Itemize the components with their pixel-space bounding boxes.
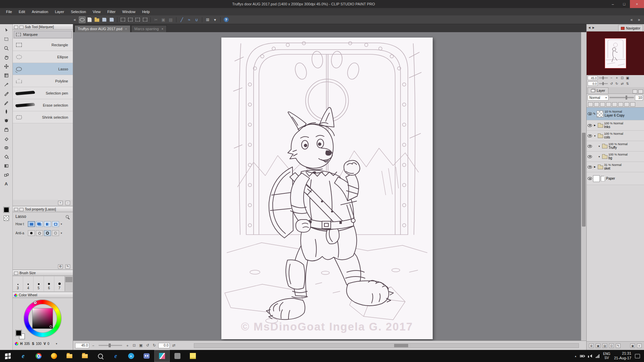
- layer-panel-option-icon[interactable]: [633, 89, 637, 94]
- new-folder-button[interactable]: ▣: [596, 344, 600, 348]
- fit-screen-icon[interactable]: ⊡: [131, 343, 137, 348]
- brush-size-5[interactable]: 5: [34, 276, 44, 291]
- hidden-icons-chevron[interactable]: ▴: [575, 355, 576, 358]
- visibility-eye-icon[interactable]: [588, 166, 592, 169]
- edit-layer-button[interactable]: ✎: [616, 344, 621, 348]
- color-wheel-header[interactable]: Color Wheel: [13, 292, 73, 298]
- current-tool-lasso-icon[interactable]: [79, 16, 86, 23]
- start-button[interactable]: [0, 350, 15, 362]
- nav-rotate-ccw-icon[interactable]: ↺: [609, 81, 614, 86]
- collapse-right-icon[interactable]: »: [636, 16, 642, 23]
- merge-layer-button[interactable]: ⊡: [609, 344, 614, 348]
- subtool-item-lasso[interactable]: Lasso: [13, 63, 73, 75]
- expand-arrow-icon[interactable]: ▼: [597, 145, 601, 147]
- grid-dropdown-icon[interactable]: ▾: [212, 16, 218, 23]
- search-icon[interactable]: [66, 215, 69, 218]
- battery-icon[interactable]: [580, 355, 584, 357]
- opacity-slider[interactable]: [609, 97, 634, 98]
- pencil-tool-icon[interactable]: [1, 98, 11, 107]
- selection-mode-subtract-button[interactable]: [44, 221, 51, 227]
- collapse-right-left-icon[interactable]: «: [628, 16, 635, 23]
- selection-mode-multiply-button[interactable]: [52, 221, 59, 227]
- layer-row-sket[interactable]: ▶ 31 % Normalsket: [587, 162, 644, 172]
- frame-tool-icon[interactable]: [1, 71, 11, 80]
- layer-row-bg[interactable]: ▼ 100 % Normalbg: [587, 152, 644, 162]
- visibility-eye-icon[interactable]: [588, 124, 592, 127]
- hue-ring[interactable]: [24, 300, 61, 337]
- antialias-strong-button[interactable]: [52, 230, 59, 236]
- howto-caret-icon[interactable]: ▾: [61, 223, 62, 226]
- open-file-icon[interactable]: [94, 16, 100, 23]
- taskbar-sticky-notes[interactable]: [185, 350, 201, 362]
- brush-tool-icon[interactable]: [1, 107, 11, 116]
- marquee-tool-icon[interactable]: [1, 35, 11, 44]
- scrollbar-thumb[interactable]: [65, 277, 72, 282]
- zoom-value-box[interactable]: 45.0: [75, 343, 89, 348]
- volume-icon[interactable]: [588, 354, 592, 358]
- hsv-caret-icon[interactable]: ▾: [56, 342, 57, 345]
- minimize-button[interactable]: –: [607, 0, 619, 8]
- expand-arrow-icon[interactable]: ▼: [593, 135, 597, 137]
- layer-row-paper[interactable]: Paper: [587, 172, 644, 185]
- menu-view[interactable]: View: [89, 8, 104, 15]
- taskbar-app-gray[interactable]: [170, 350, 185, 362]
- grid-icon[interactable]: ⊞: [204, 16, 211, 23]
- menu-window[interactable]: Window: [119, 8, 139, 15]
- fill-tool-icon[interactable]: [1, 152, 11, 161]
- tab-truffys-door[interactable]: Truffys door AUG 2017.psd ×: [74, 25, 130, 32]
- main-color-swatch[interactable]: [16, 330, 21, 336]
- visibility-eye-icon[interactable]: [588, 145, 592, 148]
- nav-actual-icon[interactable]: ▣: [625, 76, 630, 80]
- deselect-icon[interactable]: [119, 16, 126, 23]
- expand-arrow-icon[interactable]: ▶: [593, 124, 597, 127]
- transparent-color-swatch[interactable]: [4, 216, 9, 221]
- navigator-thumbnail[interactable]: [605, 39, 626, 68]
- layer-toggle-8-icon[interactable]: [630, 102, 635, 107]
- blend-mode-select[interactable]: Normal ▾: [588, 95, 608, 101]
- scrollbar-thumb[interactable]: [582, 133, 586, 227]
- language-indicator[interactable]: ENG SV: [603, 352, 610, 360]
- layer-row-cols[interactable]: ▼ 100 % Normalcols: [587, 131, 644, 141]
- rotate-cw-icon[interactable]: ↻: [152, 343, 157, 348]
- notification-center-icon[interactable]: [635, 354, 640, 358]
- eraser-tool-icon[interactable]: [1, 134, 11, 143]
- layer-toggle-6-icon[interactable]: [618, 102, 623, 107]
- layer-panel-option2-icon[interactable]: [638, 89, 643, 94]
- taskbar-folder[interactable]: [77, 350, 93, 362]
- visibility-eye-icon[interactable]: [588, 112, 592, 115]
- taskbar-chrome[interactable]: [31, 350, 46, 362]
- blend-tool-icon[interactable]: [1, 143, 11, 152]
- subtool-item-erase-selection[interactable]: Erase selection: [13, 99, 73, 111]
- flip-horizontal-icon[interactable]: ⇄: [171, 343, 176, 348]
- taskbar-internet-explorer[interactable]: e: [15, 350, 31, 362]
- rotation-value-box[interactable]: 0.0: [158, 343, 170, 348]
- subtool-panel-header[interactable]: Sub Tool [Marquee]: [13, 24, 73, 30]
- brush-size-scrollbar[interactable]: [65, 276, 73, 291]
- navigator-rotation-value[interactable]: 0.0: [588, 81, 598, 86]
- menu-animation[interactable]: Animation: [29, 8, 52, 15]
- canvas-vscrollbar[interactable]: [581, 32, 586, 341]
- expand-selection-icon[interactable]: [142, 16, 148, 23]
- subtool-group-marquee[interactable]: Marquee: [14, 31, 72, 38]
- slider-thumb[interactable]: [602, 82, 604, 85]
- tab-close-icon[interactable]: ×: [161, 27, 163, 31]
- navigator-preview[interactable]: [587, 32, 644, 75]
- nav-fit-icon[interactable]: ⊡: [620, 76, 625, 80]
- menu-help[interactable]: Help: [139, 8, 153, 15]
- rotate-ccw-icon[interactable]: ↺: [145, 343, 150, 348]
- save-file-icon[interactable]: [101, 16, 108, 23]
- tab-navigator[interactable]: Navigator: [618, 25, 643, 31]
- nav-flip-v-icon[interactable]: ⇅: [625, 81, 630, 86]
- eyedropper-tool-icon[interactable]: [1, 80, 11, 89]
- visibility-eye-icon[interactable]: [588, 134, 592, 137]
- antialias-weak-button[interactable]: [36, 230, 43, 236]
- layer-toggle-5-icon[interactable]: [612, 102, 617, 107]
- brush-size-3[interactable]: 3: [13, 276, 23, 291]
- expand-arrow-icon[interactable]: ▼: [597, 156, 601, 158]
- subtool-item-polyline[interactable]: Polyline: [13, 75, 73, 87]
- taskbar-clip-studio-active[interactable]: [154, 350, 170, 362]
- airbrush-tool-icon[interactable]: [1, 116, 11, 125]
- menu-selection[interactable]: Selection: [67, 8, 89, 15]
- nav-zoom-in-icon[interactable]: +: [614, 76, 619, 80]
- network-icon[interactable]: [596, 354, 599, 358]
